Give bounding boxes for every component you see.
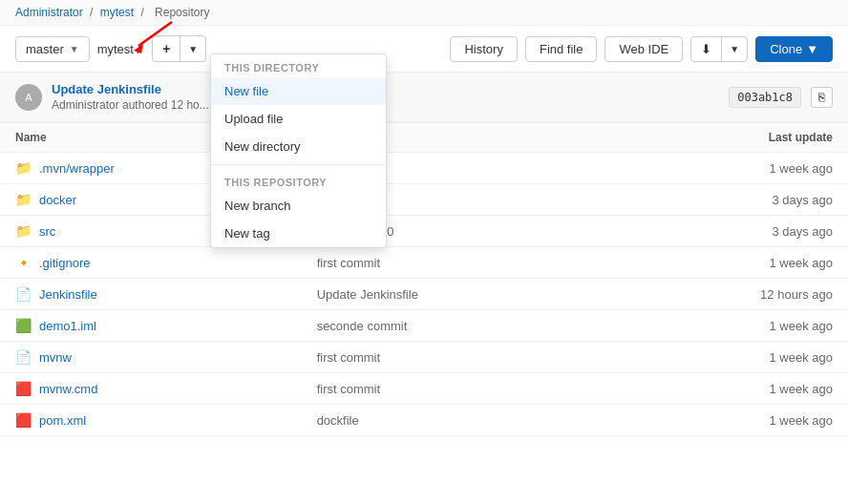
file-last-update: 1 week ago [608, 373, 848, 405]
table-row: 📄 Jenkinsfile Update Jenkinsfile 12 hour… [0, 279, 848, 310]
file-link[interactable]: demo1.iml [39, 319, 96, 333]
file-icon: 📁 [15, 160, 32, 176]
branch-selector[interactable]: master ▼ [15, 36, 90, 62]
new-file-item[interactable]: New file [211, 77, 386, 105]
file-last-update: 3 days ago [608, 184, 848, 216]
file-link[interactable]: mvnw.cmd [39, 382, 97, 396]
web-ide-button[interactable]: Web IDE [604, 36, 683, 62]
file-last-update: 1 week ago [608, 342, 848, 373]
history-button[interactable]: History [450, 36, 517, 62]
add-chevron-icon: ▼ [180, 39, 205, 59]
file-commit-msg: first commit [302, 247, 608, 279]
file-link[interactable]: src [39, 224, 55, 239]
clone-label: Clone [770, 42, 802, 56]
file-last-update: 1 week ago [608, 247, 848, 279]
new-tag-item[interactable]: New tag [211, 220, 386, 247]
file-last-update: 1 week ago [608, 153, 848, 184]
table-row: 🟥 mvnw.cmd first commit 1 week ago [0, 373, 848, 405]
file-icon: 🔸 [15, 255, 32, 270]
file-commit-msg: first commit [302, 342, 608, 373]
commit-hash: 003ab1c8 [729, 87, 801, 108]
table-row: 🔸 .gitignore first commit 1 week ago [0, 247, 848, 279]
find-file-button[interactable]: Find file [525, 36, 598, 62]
branch-chevron-icon: ▼ [70, 44, 79, 54]
avatar: A [15, 84, 42, 111]
file-commit-msg: dockfile [302, 405, 608, 436]
file-icon: 🟥 [15, 412, 32, 428]
download-chevron-icon: ▼ [722, 39, 747, 59]
file-icon: 📁 [15, 223, 32, 239]
file-link[interactable]: docker [39, 193, 76, 207]
this-repository-section-label: This repository [211, 169, 386, 192]
table-row: 📁 src version:v3.0.0 3 days ago [0, 216, 848, 247]
clone-button[interactable]: Clone ▼ [755, 36, 833, 62]
file-last-update: 12 hours ago [608, 279, 848, 310]
file-last-update: 1 week ago [608, 405, 848, 436]
table-row: 📄 mvnw first commit 1 week ago [0, 342, 848, 373]
file-last-update: 3 days ago [608, 216, 848, 247]
file-link[interactable]: Jenkinsfile [39, 287, 97, 302]
file-icon: 📄 [15, 286, 32, 302]
col-last-update-header: Last update [608, 123, 848, 153]
commit-bar: A Update Jenkinsfile Administrator autho… [0, 73, 848, 122]
file-link[interactable]: .mvn/wrapper [39, 161, 115, 176]
file-icon: 🟥 [15, 381, 32, 396]
clone-chevron-icon: ▼ [806, 42, 818, 56]
download-icon: ⬇ [691, 37, 722, 61]
new-directory-item[interactable]: New directory [211, 133, 386, 160]
copy-hash-button[interactable]: ⎘ [811, 87, 833, 108]
svg-line-0 [138, 22, 172, 46]
breadcrumb-admin[interactable]: Administrator [15, 6, 83, 19]
file-link[interactable]: pom.xml [39, 413, 86, 428]
upload-file-item[interactable]: Upload file [211, 105, 386, 133]
add-dropdown-menu: This directory New file Upload file New … [210, 53, 387, 248]
file-icon: 📁 [15, 192, 32, 207]
file-icon: 📄 [15, 349, 32, 365]
this-directory-section-label: This directory [211, 54, 386, 77]
branch-name: master [26, 42, 64, 56]
table-row: 🟩 demo1.iml seconde commit 1 week ago [0, 310, 848, 342]
download-button[interactable]: ⬇ ▼ [690, 36, 748, 62]
file-icon: 🟩 [15, 318, 32, 333]
table-row: 📁 .mvn/wrapper 1 week ago [0, 153, 848, 184]
file-link[interactable]: .gitignore [39, 256, 90, 270]
file-table: Name Last update 📁 .mvn/wrapper 1 week a… [0, 122, 848, 436]
table-row: 📁 docker 3 days ago [0, 184, 848, 216]
file-commit-msg: seconde commit [302, 310, 608, 342]
file-commit-msg: first commit [302, 373, 608, 405]
file-link[interactable]: mvnw [39, 350, 72, 365]
file-commit-msg: Update Jenkinsfile [302, 279, 608, 310]
table-row: 🟥 pom.xml dockfile 1 week ago [0, 405, 848, 436]
new-branch-item[interactable]: New branch [211, 192, 386, 220]
file-last-update: 1 week ago [608, 310, 848, 342]
arrow-indicator [124, 17, 181, 58]
